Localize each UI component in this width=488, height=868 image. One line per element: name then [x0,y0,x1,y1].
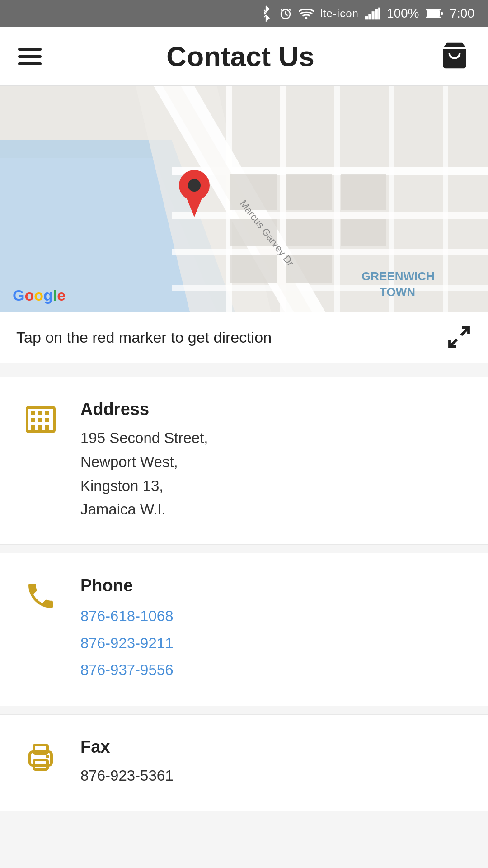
svg-text:Google: Google [13,287,66,304]
svg-rect-4 [365,16,368,19]
bluetooth-icon [260,5,272,22]
fax-content: Fax 876-923-5361 [80,737,174,788]
phone-icon-wrap [23,576,59,612]
status-bar: lte-icon 100% 7:00 [0,0,488,27]
expand-icon[interactable] [446,325,472,350]
svg-rect-51 [38,418,42,422]
address-card: Address 195 Second Street,Newport West,K… [0,377,488,545]
svg-point-42 [188,179,201,192]
signal-icon [365,7,380,20]
svg-rect-49 [45,411,49,415]
svg-rect-58 [34,745,47,753]
svg-rect-52 [45,418,49,422]
map-svg[interactable]: Marcus Garvey Dr GREENWICH TOWN Google [0,86,488,312]
page-title: Contact Us [166,40,314,72]
fax-label: Fax [80,737,174,757]
svg-rect-47 [31,411,35,415]
lte-label: lte-icon [320,7,359,20]
svg-rect-11 [427,10,440,17]
cart-button[interactable] [439,40,470,73]
svg-rect-21 [172,285,488,291]
svg-rect-34 [341,219,386,246]
svg-rect-20 [172,249,488,255]
phone-card: Phone 876-618-1068 876-923-9211 876-937-… [0,553,488,706]
svg-point-3 [305,17,307,19]
svg-rect-35 [230,255,277,283]
nav-bar: Contact Us [0,27,488,86]
phone-link-3[interactable]: 876-937-9556 [80,656,174,683]
fax-card: Fax 876-923-5361 [0,714,488,811]
svg-text:TOWN: TOWN [380,285,415,299]
svg-rect-33 [286,219,332,246]
phone-content: Phone 876-618-1068 876-923-9211 876-937-… [80,576,174,683]
alarm-icon [279,7,292,20]
battery-percent: 100% [387,6,419,21]
phone-icon [24,580,57,612]
svg-rect-48 [38,411,42,415]
svg-rect-53 [31,425,35,432]
fax-detail: 876-923-5361 [80,764,174,788]
address-content: Address 195 Second Street,Newport West,K… [80,400,208,522]
svg-rect-54 [38,425,42,432]
svg-rect-55 [45,425,49,432]
phone-link-2[interactable]: 876-923-9211 [80,630,174,656]
time-display: 7:00 [450,6,475,21]
map-hint-text: Tap on the red marker to get direction [16,329,272,346]
svg-rect-10 [441,12,443,15]
phone-detail: 876-618-1068 876-923-9211 876-937-9556 [80,603,174,683]
address-label: Address [80,400,208,419]
menu-button[interactable] [18,48,42,65]
svg-rect-5 [368,14,371,19]
svg-rect-24 [334,86,340,312]
svg-text:GREENWICH: GREENWICH [361,269,435,283]
svg-rect-6 [371,11,374,19]
phone-link-1[interactable]: 876-618-1068 [80,603,174,629]
fax-icon [24,741,57,774]
svg-rect-19 [172,212,488,219]
svg-point-59 [46,755,49,758]
address-icon-wrap [23,400,59,436]
building-icon [24,403,57,436]
info-section: Address 195 Second Street,Newport West,K… [0,363,488,833]
svg-rect-50 [31,418,35,422]
address-detail: 195 Second Street,Newport West,Kingston … [80,426,208,522]
fax-icon-wrap [23,737,59,774]
svg-rect-29 [230,174,277,210]
cart-icon [439,40,470,71]
svg-rect-26 [443,86,448,312]
svg-rect-30 [286,174,332,210]
map-hint-bar[interactable]: Tap on the red marker to get direction [0,312,488,363]
svg-rect-31 [341,174,386,210]
svg-rect-8 [378,8,380,20]
svg-rect-7 [375,9,378,19]
wifi-icon [299,7,314,20]
battery-icon [426,8,444,19]
map-container[interactable]: Marcus Garvey Dr GREENWICH TOWN Google [0,86,488,312]
phone-label: Phone [80,576,174,595]
